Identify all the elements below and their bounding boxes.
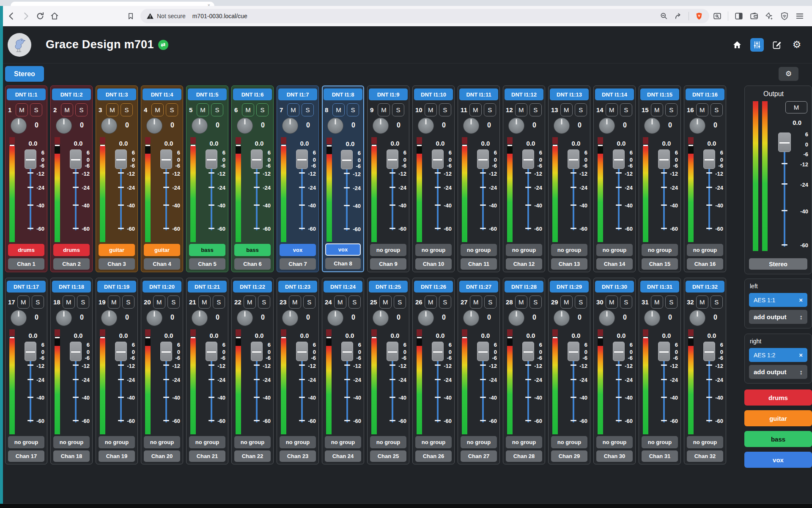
mute-button[interactable]: M <box>198 295 211 309</box>
solo-button[interactable]: S <box>75 103 88 116</box>
group-button[interactable]: no group <box>506 436 542 448</box>
mute-button[interactable]: M <box>289 295 301 309</box>
channel-name-button[interactable]: Chan 9 <box>370 258 406 270</box>
fader-handle[interactable] <box>115 149 127 169</box>
pan-knob[interactable] <box>418 118 434 134</box>
fader-handle[interactable] <box>658 149 670 169</box>
channel-name-button[interactable]: Chan 30 <box>596 450 633 462</box>
solo-button[interactable]: S <box>575 295 587 309</box>
group-button[interactable]: guitar <box>99 244 135 256</box>
mute-button[interactable]: M <box>106 103 118 116</box>
channel-input-button[interactable]: DNT I1:3 <box>97 88 136 100</box>
fader-handle[interactable] <box>522 342 534 361</box>
channel-name-button[interactable]: Chan 12 <box>506 258 542 270</box>
wallet-icon[interactable] <box>749 11 759 21</box>
fader-handle[interactable] <box>341 150 353 169</box>
channel-input-button[interactable]: DNT I1:16 <box>686 88 724 100</box>
fader-handle[interactable] <box>432 342 444 361</box>
pan-knob[interactable] <box>644 118 660 134</box>
right-add-output-button[interactable]: add output ↕ <box>749 365 807 379</box>
channel-input-button[interactable]: DNT I1:28 <box>505 281 543 293</box>
channel-name-button[interactable]: Chan 8 <box>325 258 361 269</box>
channel-name-button[interactable]: Chan 18 <box>53 450 90 462</box>
channel-input-button[interactable]: DNT I1:13 <box>550 88 589 100</box>
group-button[interactable]: no group <box>687 436 723 448</box>
channel-input-button[interactable]: DNT I1:26 <box>414 281 453 293</box>
channel-name-button[interactable]: Chan 13 <box>551 258 587 270</box>
remove-output-icon[interactable]: × <box>799 296 803 304</box>
solo-button[interactable]: S <box>167 295 180 309</box>
fader-handle[interactable] <box>432 149 444 169</box>
channel-input-button[interactable]: DNT I1:22 <box>233 281 272 293</box>
solo-button[interactable]: S <box>394 295 406 309</box>
fader-handle[interactable] <box>296 149 308 169</box>
solo-button[interactable]: S <box>77 295 89 309</box>
mute-button[interactable]: M <box>334 295 346 309</box>
solo-button[interactable]: S <box>30 103 42 116</box>
channel-input-button[interactable]: DNT I1:1 <box>7 88 46 100</box>
channel-input-button[interactable]: DNT I1:19 <box>97 281 136 293</box>
mute-button[interactable]: M <box>606 295 618 309</box>
leo-ai-sparkle-icon[interactable] <box>765 11 774 21</box>
solo-button[interactable]: S <box>256 103 269 116</box>
mute-button[interactable]: M <box>425 295 437 309</box>
fader-handle[interactable] <box>703 342 715 361</box>
group-button[interactable]: no group <box>642 436 678 448</box>
channel-input-button[interactable]: DNT I1:29 <box>550 281 589 293</box>
pan-knob[interactable] <box>327 310 343 326</box>
group-button[interactable]: vox <box>280 244 316 256</box>
pan-knob[interactable] <box>463 118 479 134</box>
channel-name-button[interactable]: Chan 16 <box>687 258 723 270</box>
pan-knob[interactable] <box>373 118 389 134</box>
mute-button[interactable]: M <box>153 295 165 309</box>
pan-knob[interactable] <box>554 310 570 326</box>
pan-knob[interactable] <box>689 310 705 326</box>
mute-button[interactable]: M <box>332 103 345 116</box>
fader-handle[interactable] <box>658 342 670 361</box>
mute-button[interactable]: M <box>425 103 437 116</box>
group-button[interactable]: no group <box>687 244 723 256</box>
group-button[interactable]: drums <box>53 244 90 256</box>
channel-input-button[interactable]: DNT I1:21 <box>188 281 227 293</box>
solo-button[interactable]: S <box>710 103 723 116</box>
fader-handle[interactable] <box>296 342 308 361</box>
mute-button[interactable]: M <box>379 295 392 309</box>
solo-button[interactable]: S <box>439 295 451 309</box>
mute-button[interactable]: M <box>244 295 256 309</box>
channel-input-button[interactable]: DNT I1:18 <box>52 281 91 293</box>
channel-name-button[interactable]: Chan 31 <box>642 450 678 462</box>
mute-button[interactable]: M <box>651 295 663 309</box>
group-button[interactable]: no group <box>461 436 497 448</box>
pan-knob[interactable] <box>689 118 705 134</box>
pan-knob[interactable] <box>192 310 208 326</box>
solo-button[interactable]: S <box>303 295 315 309</box>
group-button[interactable]: bass <box>234 244 271 256</box>
channel-name-button[interactable]: Chan 25 <box>370 450 406 462</box>
fader-handle[interactable] <box>206 342 217 361</box>
search-tabs-icon[interactable] <box>713 11 722 21</box>
channel-name-button[interactable]: Chan 28 <box>506 450 542 462</box>
channel-input-button[interactable]: DNT I1:15 <box>640 88 679 100</box>
mute-button[interactable]: M <box>151 103 164 116</box>
channel-name-button[interactable]: Chan 7 <box>280 258 316 270</box>
fader-handle[interactable] <box>341 342 353 361</box>
group-button[interactable]: guitar <box>144 244 180 256</box>
channel-name-button[interactable]: Chan 6 <box>234 258 271 270</box>
mixer-settings-button[interactable]: ⚙ <box>779 67 798 81</box>
mute-button[interactable]: M <box>16 103 28 116</box>
forward-icon[interactable] <box>19 10 32 22</box>
mute-button[interactable]: M <box>61 103 73 116</box>
pan-knob[interactable] <box>327 118 343 134</box>
group-button[interactable]: no group <box>596 244 633 256</box>
channel-name-button[interactable]: Chan 24 <box>325 450 361 462</box>
solo-button[interactable]: S <box>484 295 497 309</box>
solo-button[interactable]: S <box>529 295 542 309</box>
solo-button[interactable]: S <box>211 103 223 116</box>
pan-knob[interactable] <box>508 118 524 134</box>
channel-name-button[interactable]: Chan 10 <box>415 258 452 270</box>
pan-knob[interactable] <box>508 310 524 326</box>
pan-knob[interactable] <box>101 310 117 326</box>
home-icon[interactable] <box>48 10 61 22</box>
security-label[interactable]: Not secure <box>157 13 186 19</box>
channel-name-button[interactable]: Chan 20 <box>144 450 180 462</box>
